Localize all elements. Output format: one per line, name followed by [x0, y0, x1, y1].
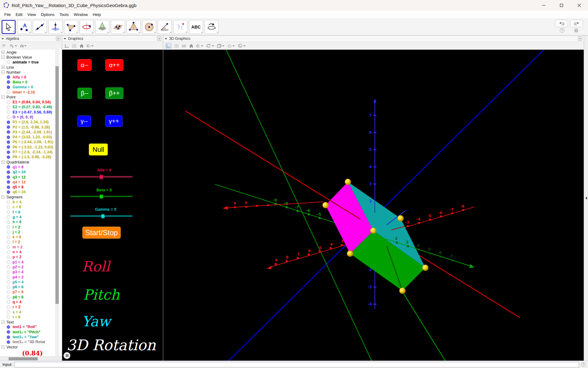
algebra-h-scrollbar[interactable] — [0, 356, 62, 361]
visibility-circle-icon[interactable] — [7, 225, 10, 229]
visibility-circle-icon[interactable] — [7, 310, 10, 314]
visibility-circle-icon[interactable] — [7, 255, 10, 259]
algebra-object-row[interactable]: n = 4 — [0, 250, 62, 255]
algebra-object-row[interactable]: p8 = 6 — [0, 295, 62, 300]
visibility-circle-icon[interactable] — [7, 280, 10, 284]
visibility-dot-icon[interactable] — [7, 130, 10, 134]
algebra-section-row[interactable]: +Line — [0, 65, 62, 70]
tool-circle-axis-button[interactable] — [80, 20, 94, 34]
home-icon[interactable] — [79, 44, 84, 48]
visibility-dot-icon[interactable] — [7, 151, 10, 154]
tool-reflect-button[interactable] — [173, 20, 187, 34]
menu-view[interactable]: View — [25, 11, 38, 18]
sort-objects-icon[interactable] — [9, 44, 17, 48]
algebra-object-row[interactable]: p5 = 4 — [0, 280, 62, 285]
expand-collapse-icon[interactable]: − — [1, 95, 5, 99]
visibility-dot-icon[interactable] — [7, 330, 10, 334]
visibility-dot-icon[interactable] — [7, 136, 10, 139]
tool-line-button[interactable] — [33, 20, 47, 34]
algebra-section-row[interactable]: −Quadrilateral — [0, 160, 62, 165]
algebra-object-row[interactable]: text1₂ = "Yaw" — [0, 335, 62, 339]
fx-style-icon[interactable]: fx — [20, 44, 27, 48]
visibility-circle-icon[interactable] — [7, 105, 10, 109]
algebra-object-row[interactable]: P4 = (3.53, 1.23, -0.03) — [0, 135, 62, 140]
plane-icon[interactable] — [182, 44, 186, 48]
algebra-object-row[interactable]: q1 = 8 — [0, 165, 62, 170]
help-icon[interactable]: ? — [560, 28, 564, 33]
algebra-section-row[interactable]: −Vector — [0, 345, 62, 350]
algebra-object-row[interactable]: p2 = 2 — [0, 265, 62, 270]
algebra-object-row[interactable]: t = 6 — [0, 315, 62, 320]
algebra-object-row[interactable]: O = (0, 0, 0) — [0, 115, 62, 120]
visibility-circle-icon[interactable] — [7, 300, 10, 304]
visibility-circle-icon[interactable] — [7, 245, 10, 249]
visibility-dot-icon[interactable] — [7, 340, 10, 344]
visibility-dot-icon[interactable] — [7, 190, 10, 194]
gear-icon[interactable] — [574, 28, 579, 33]
v-scroll-thumb[interactable] — [55, 66, 59, 304]
algebra-object-row[interactable]: p4 = 2 — [0, 274, 62, 279]
expand-collapse-icon[interactable]: + — [1, 66, 5, 69]
algebra-object-row[interactable]: q2 = 24 — [0, 170, 62, 174]
visibility-dot-icon[interactable] — [7, 186, 10, 189]
algebra-object-row[interactable]: q5 = 8 — [0, 185, 62, 190]
visibility-circle-icon[interactable] — [7, 201, 10, 204]
visibility-dot-icon[interactable] — [7, 175, 10, 179]
algebra-object-row[interactable]: P1 = (2.6, 2.34, 1.34) — [0, 120, 62, 125]
visibility-circle-icon[interactable] — [7, 116, 10, 119]
visibility-circle-icon[interactable] — [7, 290, 10, 294]
visibility-dot-icon[interactable] — [7, 155, 10, 159]
algebra-object-row[interactable]: c = 6 — [0, 205, 62, 209]
beta-minus-button[interactable]: β-- — [77, 88, 92, 99]
collapse-strip[interactable] — [584, 36, 588, 361]
beta-plus-button[interactable]: β++ — [105, 87, 123, 99]
algebra-object-row[interactable]: text1 = "Roll" — [0, 324, 62, 329]
visibility-circle-icon[interactable] — [7, 275, 10, 279]
algebra-object-row[interactable]: i = 2 — [0, 224, 62, 229]
visibility-circle-icon[interactable] — [7, 286, 10, 289]
menu-options[interactable]: Options — [38, 11, 57, 18]
command-input[interactable] — [14, 362, 579, 367]
g3d-close-icon[interactable]: ✕ — [578, 36, 582, 41]
projection-icon[interactable] — [227, 44, 235, 48]
tool-plane-points-button[interactable] — [111, 20, 125, 34]
algebra-object-row[interactable]: m = 2 — [0, 245, 62, 250]
algebra-object-row[interactable]: P7 = (-2.6, -2.34, -1.34) — [0, 150, 62, 155]
grid-icon[interactable] — [174, 44, 179, 48]
minimize-button[interactable] — [535, 0, 552, 10]
algebra-object-row[interactable]: Beta = 0 — [0, 80, 62, 85]
visibility-circle-icon[interactable] — [7, 101, 10, 104]
tool-perpendicular-line-button[interactable] — [48, 20, 62, 34]
tool-point-button[interactable]: A — [17, 20, 31, 34]
visibility-dot-icon[interactable] — [7, 145, 10, 149]
tool-angle-button[interactable]: α — [158, 20, 172, 34]
start-stop-button[interactable]: Start/Stop — [82, 227, 121, 239]
home-icon[interactable] — [189, 44, 194, 48]
algebra-object-row[interactable]: h = 6 — [0, 220, 62, 224]
visibility-dot-icon[interactable] — [7, 125, 10, 129]
visibility-circle-icon[interactable] — [7, 270, 10, 274]
visibility-circle-icon[interactable] — [7, 240, 10, 244]
algebra-object-tree[interactable]: +Angle−Boolean Valueanimate = true+Line−… — [0, 50, 62, 356]
visibility-dot-icon[interactable] — [7, 121, 10, 124]
algebra-object-row[interactable]: g = 4 — [0, 215, 62, 220]
algebra-section-row[interactable]: +Angle — [0, 50, 62, 55]
algebra-object-row[interactable]: text1₃ = "3D Rotat — [0, 339, 62, 344]
close-button[interactable] — [570, 0, 588, 10]
grid-icon[interactable] — [72, 44, 77, 48]
h-scroll-thumb[interactable] — [9, 357, 38, 360]
point-capturing-icon[interactable]: C: — [87, 44, 94, 48]
axes-icon[interactable] — [64, 44, 69, 48]
alpha-minus-button[interactable]: α-- — [77, 59, 92, 71]
algebra-object-row[interactable]: r = 2 — [0, 305, 62, 309]
chevron-down-icon[interactable] — [64, 38, 66, 40]
redo-button[interactable] — [570, 20, 583, 27]
visibility-dot-icon[interactable] — [7, 75, 10, 79]
graphics-close-icon[interactable]: ✕ — [157, 36, 161, 41]
visibility-circle-icon[interactable] — [7, 90, 10, 94]
expand-collapse-icon[interactable]: − — [1, 56, 5, 59]
menu-help[interactable]: Help — [90, 11, 104, 18]
algebra-section-row[interactable]: −Point — [0, 95, 62, 100]
beta-slider-knob[interactable] — [99, 194, 104, 199]
tool-move-button[interactable] — [2, 20, 16, 34]
